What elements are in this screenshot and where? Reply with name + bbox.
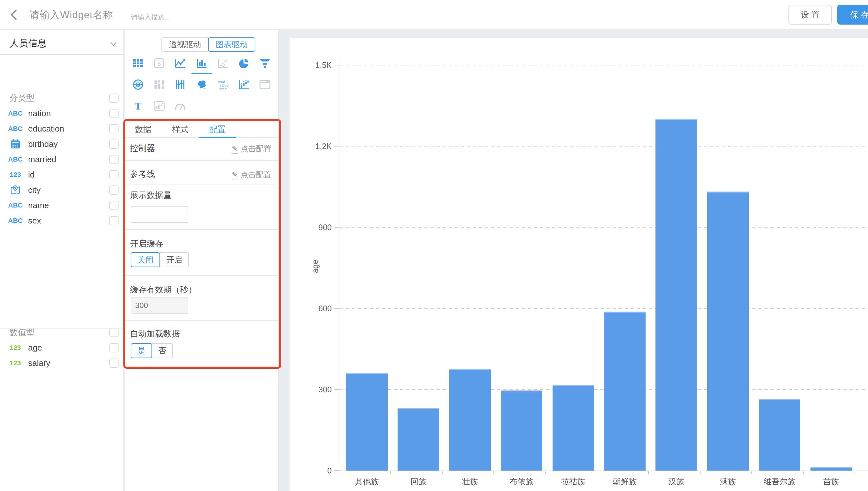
controller-configure-button[interactable]: ✎点击配置 [232,144,271,154]
sankey-icon[interactable] [152,78,166,92]
field-checkbox[interactable] [109,358,118,368]
svg-text:8: 8 [158,60,161,67]
cache-on-button[interactable]: 开启 [160,252,189,267]
section-checkbox[interactable] [109,328,118,337]
save-button[interactable]: 保 存 [837,5,868,25]
x-axis-tick [390,471,391,474]
x-axis-tick [648,471,649,474]
bar-布依族[interactable] [501,391,542,470]
bar-其他族[interactable] [346,373,388,470]
text-type-icon: ABC [7,217,23,225]
gridline [340,65,868,65]
field-name: name [28,201,109,210]
chart-type-grid: 8wordcloudagile BIT [125,54,279,118]
dataset-selector[interactable]: 人员信息 [0,30,124,55]
field-row-id[interactable]: 123id [0,167,124,182]
scatter-icon[interactable] [216,56,230,70]
radar-icon[interactable] [131,78,145,92]
auto-load-no-button[interactable]: 否 [152,343,173,358]
line-chart-icon[interactable] [173,56,187,70]
x-axis-category-label: 汉族 [668,476,684,487]
field-row-sex[interactable]: ABCsex [0,213,124,228]
funnel-icon[interactable] [258,56,272,70]
field-checkbox[interactable] [109,124,118,134]
field-row-married[interactable]: ABCmarried [0,152,124,167]
pie-icon[interactable] [237,56,251,70]
bar-chart-icon[interactable] [195,56,209,70]
field-sidebar: 人员信息 分类型ABCnationABCeducationbirthdayABC… [0,30,124,491]
field-row-salary[interactable]: 123salary [0,355,124,371]
settings-button[interactable]: 设 置 [788,5,832,25]
cache-expire-input[interactable] [131,297,188,314]
widget-description-input[interactable]: 请输入描述... [131,13,170,22]
x-axis-category-label: 朝鲜族 [613,476,637,487]
back-button[interactable] [7,8,21,22]
field-checkbox[interactable] [109,216,118,225]
field-checkbox[interactable] [109,201,118,210]
active-tab-underline [199,137,236,138]
bar-回族[interactable] [398,408,439,470]
rich-text-icon[interactable]: T [131,99,145,113]
waterfall-icon[interactable] [237,78,251,92]
field-checkbox[interactable] [109,140,118,149]
word-cloud-icon[interactable]: wordcloudagile BI [216,78,230,92]
bar-苗族[interactable] [811,467,852,470]
numeric-field-section: 数值型123age123salary [0,325,124,371]
bar-拉祜族[interactable] [552,385,594,470]
widget-title-input[interactable]: 请输入Widget名称 [29,8,113,22]
divider [0,54,124,55]
edit-pencil-icon: ✎ [232,170,238,179]
field-checkbox[interactable] [109,170,118,179]
field-row-birthday[interactable]: birthday [0,136,124,152]
field-checkbox[interactable] [109,155,118,164]
x-axis-tick [545,471,546,474]
bar-满族[interactable] [707,192,749,470]
field-checkbox[interactable] [109,185,118,195]
mode-pivot-driven[interactable]: 透视驱动 [161,37,209,52]
parallel-icon[interactable] [173,78,187,92]
x-axis-category-label: 拉祜族 [561,476,585,487]
scorecard-icon[interactable]: 8 [152,56,166,70]
field-row-city[interactable]: city [0,182,124,198]
categorical-field-section: 分类型ABCnationABCeducationbirthdayABCmarri… [0,90,124,228]
bar-壮族[interactable] [449,369,491,470]
field-row-age[interactable]: 123age [0,340,124,355]
x-axis-category-label: 满族 [720,476,736,487]
field-name: salary [28,358,109,368]
field-checkbox[interactable] [109,343,118,352]
bar-维吾尔族[interactable] [759,399,800,470]
y-axis-tick-label: 1.2K [302,142,332,151]
field-name: id [28,170,109,180]
divider [125,366,279,367]
svg-text:agile BI: agile BI [219,87,227,90]
auto-load-yes-button[interactable]: 是 [131,343,152,358]
section-checkbox[interactable] [109,93,118,103]
x-axis-tick [442,471,443,474]
y-axis-title: age [310,248,320,286]
gauge-icon[interactable] [173,99,187,113]
field-row-education[interactable]: ABCeducation [0,121,124,136]
table-icon[interactable] [131,56,145,70]
field-row-name[interactable]: ABCname [0,198,124,213]
field-section-header: 分类型 [0,90,124,106]
field-checkbox[interactable] [109,109,118,118]
bar-汉族[interactable] [655,119,697,470]
tab-style[interactable]: 样式 [162,121,199,137]
reference-line-configure-button[interactable]: ✎点击配置 [232,170,271,180]
cache-off-button[interactable]: 关闭 [131,252,160,267]
tab-data[interactable]: 数据 [125,121,162,137]
field-section-label: 数值型 [9,327,109,338]
dual-axis-icon[interactable] [152,99,166,113]
auto-load-label: 自动加载数据 [130,328,180,339]
mode-toggle: 透视驱动 图表驱动 [161,37,255,52]
mode-chart-driven[interactable]: 图表驱动 [208,37,255,52]
display-count-input[interactable] [131,206,188,223]
bar-朝鲜族[interactable] [604,312,646,470]
field-row-nation[interactable]: ABCnation [0,106,124,121]
tab-config[interactable]: 配置 [199,121,236,137]
china-map-icon[interactable] [195,78,209,92]
edit-pencil-icon: ✎ [232,144,238,153]
iframe-icon[interactable] [258,78,272,92]
field-name: birthday [28,139,109,149]
selected-chart-type-underline [191,73,212,74]
